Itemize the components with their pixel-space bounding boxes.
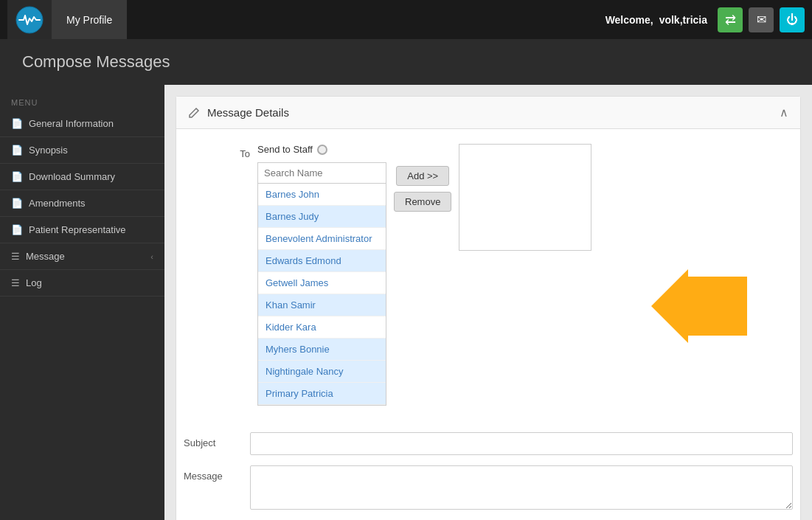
to-row: To Send to Staff Barnes JohnB	[191, 144, 785, 406]
switch-icon: ⇄	[725, 12, 736, 28]
welcome-user: volk,tricia	[659, 14, 707, 26]
sidebar-item-synopsis[interactable]: 📄 Synopsis	[0, 137, 164, 164]
message-field	[250, 465, 793, 512]
name-item-benevolent-admin[interactable]: Benevolent Administrator	[258, 228, 386, 250]
logo-icon	[15, 5, 44, 35]
sidebar-item-message[interactable]: ☰ Message ‹	[0, 243, 164, 270]
sidebar-label-download-summary: Download Summary	[29, 171, 115, 182]
name-item-primary-patricia[interactable]: Primary Patricia	[258, 383, 386, 405]
add-button-label: Add >>	[407, 170, 438, 181]
message-details-card: Message Details ∧ To Send to Staff	[176, 96, 801, 520]
doc-icon-2: 📄	[11, 145, 23, 156]
remove-button-label: Remove	[405, 196, 440, 207]
card-header-left: Message Details	[188, 106, 289, 119]
main-layout: MENU 📄 General Information 📄 Synopsis 📄 …	[0, 85, 812, 520]
power-button[interactable]: ⏻	[780, 7, 805, 32]
sidebar-item-download-summary[interactable]: 📄 Download Summary	[0, 164, 164, 190]
header-right: Welcome, volk,tricia ⇄ ✉ ⏻	[605, 7, 805, 32]
remove-button[interactable]: Remove	[394, 192, 451, 212]
subject-row: Subject	[176, 432, 800, 455]
list-icon-2: ☰	[11, 277, 20, 288]
names-list: Barnes JohnBarnes JudyBenevolent Adminis…	[258, 184, 386, 405]
name-item-kidder-kara[interactable]: Kidder Kara	[258, 316, 386, 339]
card-body: To Send to Staff Barnes JohnB	[176, 129, 800, 432]
edit-icon	[188, 107, 200, 119]
name-item-myhers-bonnie[interactable]: Myhers Bonnie	[258, 339, 386, 361]
subject-field	[250, 432, 793, 455]
logo-box	[7, 0, 52, 39]
header: My Profile Welcome, volk,tricia ⇄ ✉ ⏻	[0, 0, 812, 39]
to-fields: Send to Staff Barnes JohnBarnes JudyBene…	[257, 144, 785, 406]
list-icon: ☰	[11, 251, 20, 262]
sidebar-label-patient-representative: Patient Representative	[29, 224, 126, 235]
sidebar-item-general-information[interactable]: 📄 General Information	[0, 111, 164, 137]
page-title: Compose Messages	[22, 52, 170, 71]
recipient-box	[459, 144, 591, 251]
to-label: To	[191, 144, 250, 159]
sidebar-label-synopsis: Synopsis	[29, 145, 68, 156]
content-area: Message Details ∧ To Send to Staff	[164, 85, 812, 520]
name-item-khan-samir[interactable]: Khan Samir	[258, 294, 386, 316]
switch-button[interactable]: ⇄	[718, 7, 743, 32]
send-to-label: Send to Staff	[257, 144, 386, 155]
sidebar-label-general-information: General Information	[29, 118, 114, 129]
my-profile-tab[interactable]: My Profile	[52, 0, 127, 39]
page-title-bar: Compose Messages	[0, 39, 812, 85]
subject-input[interactable]	[250, 432, 793, 455]
name-item-nightingale-nancy[interactable]: Nightingale Nancy	[258, 361, 386, 383]
card-header: Message Details ∧	[176, 97, 800, 129]
send-to-text: Send to Staff	[257, 144, 313, 155]
sidebar-label-log: Log	[26, 277, 42, 288]
mail-button[interactable]: ✉	[749, 7, 774, 32]
sidebar-label-message: Message	[26, 251, 65, 262]
name-item-edwards-edmond[interactable]: Edwards Edmond	[258, 250, 386, 272]
card-title: Message Details	[207, 106, 289, 119]
send-to-section: Send to Staff Barnes JohnBarnes JudyBene…	[257, 144, 386, 406]
power-icon: ⏻	[786, 13, 798, 27]
doc-icon-5: 📄	[11, 224, 23, 235]
name-item-getwell-james[interactable]: Getwell James	[258, 272, 386, 294]
chevron-left-icon: ‹	[150, 252, 153, 261]
chevron-up-icon[interactable]: ∧	[780, 105, 788, 119]
welcome-prefix: Welcome,	[605, 14, 653, 26]
logo-area: My Profile	[7, 0, 127, 39]
subject-label: Subject	[184, 432, 250, 448]
message-label: Message	[184, 465, 250, 482]
search-name-input[interactable]	[258, 163, 386, 184]
message-textarea[interactable]	[250, 465, 793, 510]
sidebar-menu-label: MENU	[0, 92, 164, 111]
sidebar-item-log[interactable]: ☰ Log	[0, 270, 164, 297]
message-row: Message	[176, 465, 800, 512]
sidebar-label-amendments: Amendments	[29, 198, 86, 209]
add-remove-buttons: Add >> Remove	[394, 144, 451, 212]
my-profile-label: My Profile	[66, 14, 112, 26]
name-list-container: Barnes JohnBarnes JudyBenevolent Adminis…	[257, 162, 386, 406]
sidebar-item-patient-representative[interactable]: 📄 Patient Representative	[0, 217, 164, 243]
sidebar: MENU 📄 General Information 📄 Synopsis 📄 …	[0, 85, 164, 520]
doc-icon-3: 📄	[11, 171, 23, 182]
welcome-text: Welcome, volk,tricia	[605, 14, 707, 26]
doc-icon-4: 📄	[11, 198, 23, 209]
name-item-barnes-john[interactable]: Barnes John	[258, 184, 386, 206]
sidebar-item-amendments[interactable]: 📄 Amendments	[0, 190, 164, 217]
mail-icon: ✉	[757, 13, 766, 27]
add-button[interactable]: Add >>	[396, 166, 449, 186]
radio-button[interactable]	[317, 145, 327, 155]
doc-icon: 📄	[11, 118, 23, 129]
name-item-barnes-judy[interactable]: Barnes Judy	[258, 206, 386, 228]
